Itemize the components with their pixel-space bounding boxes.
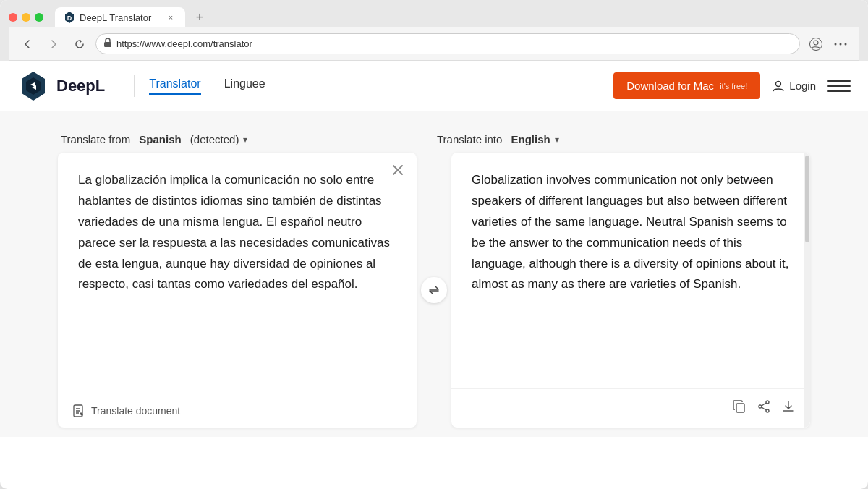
hamburger-line-2 <box>827 85 851 87</box>
site-header: DeepL Translator Linguee Download for Ma… <box>0 61 868 111</box>
svg-point-4 <box>814 41 818 45</box>
svg-point-18 <box>766 401 769 404</box>
target-panel-actions <box>732 399 796 417</box>
profile-button[interactable] <box>806 34 826 54</box>
middle-column <box>417 153 451 428</box>
scrollbar-track[interactable] <box>804 153 810 428</box>
scrollbar-thumb <box>805 156 809 242</box>
tab-favicon: D <box>64 12 75 23</box>
traffic-light-maximize[interactable] <box>35 13 43 22</box>
svg-point-19 <box>766 409 769 412</box>
login-label: Login <box>789 80 816 92</box>
translator-area: Translate from Spanish (detected) ▾ Tran… <box>0 111 868 437</box>
target-lang-prefix: Translate into <box>437 133 502 145</box>
source-language-selector[interactable]: Translate from Spanish (detected) ▾ <box>58 126 434 153</box>
translate-doc-label: Translate document <box>91 405 180 417</box>
download-translation-button[interactable] <box>781 399 796 417</box>
download-button[interactable]: Download for Mac it's free! <box>613 72 760 99</box>
source-text[interactable]: La globalización implica la comunicación… <box>58 153 417 312</box>
source-lang-name: Spanish <box>139 133 181 145</box>
tab-title: DeepL Translator <box>80 12 151 23</box>
logo-icon <box>17 70 49 102</box>
translate-document-button[interactable]: Translate document <box>72 404 180 417</box>
new-tab-button[interactable]: + <box>190 7 210 27</box>
nav-translator[interactable]: Translator <box>149 77 200 95</box>
svg-line-21 <box>762 403 766 406</box>
free-badge: it's free! <box>720 82 747 90</box>
target-text: Globalization involves communication not… <box>451 153 810 312</box>
target-panel: Globalization involves communication not… <box>451 153 810 428</box>
login-button[interactable]: Login <box>772 80 816 93</box>
logo-text: DeepL <box>56 77 105 95</box>
target-panel-footer <box>451 388 810 428</box>
svg-rect-17 <box>736 404 744 412</box>
language-bars: Translate from Spanish (detected) ▾ Tran… <box>58 111 810 153</box>
clear-source-button[interactable] <box>389 161 407 179</box>
secure-lock-icon <box>103 38 112 50</box>
source-lang-detected: (detected) <box>190 133 239 145</box>
traffic-light-close[interactable] <box>9 13 17 22</box>
more-options-button[interactable] <box>830 34 851 54</box>
svg-text:D: D <box>67 14 72 22</box>
svg-point-5 <box>835 43 837 45</box>
source-lang-prefix: Translate from <box>61 133 130 145</box>
download-label: Download for Mac <box>626 80 714 92</box>
nav-linguee[interactable]: Linguee <box>224 77 265 95</box>
address-bar[interactable]: https://www.deepl.com/translator <box>95 33 800 54</box>
traffic-light-minimize[interactable] <box>22 13 30 22</box>
header-divider <box>134 75 135 97</box>
refresh-button[interactable] <box>69 34 90 54</box>
hamburger-line-1 <box>827 80 851 82</box>
browser-tab-deepl[interactable]: D DeepL Translator × <box>55 7 185 27</box>
svg-point-20 <box>759 405 762 408</box>
svg-point-7 <box>845 43 847 45</box>
svg-point-10 <box>776 81 781 86</box>
target-lang-name: English <box>511 133 550 145</box>
svg-rect-2 <box>104 42 111 47</box>
hamburger-line-3 <box>827 90 851 92</box>
translation-panels: La globalización implica la comunicación… <box>58 153 810 428</box>
source-panel: La globalización implica la comunicación… <box>58 153 417 428</box>
swap-languages-button[interactable] <box>421 277 447 303</box>
copy-button[interactable] <box>732 399 746 417</box>
source-lang-chevron: ▾ <box>243 135 247 145</box>
forward-button[interactable] <box>43 34 64 54</box>
share-button[interactable] <box>757 399 771 417</box>
main-nav: Translator Linguee <box>149 77 265 95</box>
back-button[interactable] <box>17 34 38 54</box>
target-language-selector[interactable]: Translate into English ▾ <box>434 126 810 153</box>
svg-line-22 <box>762 407 766 410</box>
hamburger-menu[interactable] <box>827 75 851 98</box>
tab-close-button[interactable]: × <box>165 12 176 23</box>
header-right: Download for Mac it's free! Login <box>613 72 851 99</box>
url-text: https://www.deepl.com/translator <box>116 38 791 49</box>
document-icon <box>72 404 85 417</box>
deepl-logo[interactable]: DeepL <box>17 70 105 102</box>
source-panel-footer: Translate document <box>58 394 417 428</box>
svg-point-6 <box>840 43 842 45</box>
target-lang-chevron: ▾ <box>555 135 559 145</box>
person-icon <box>772 80 785 93</box>
